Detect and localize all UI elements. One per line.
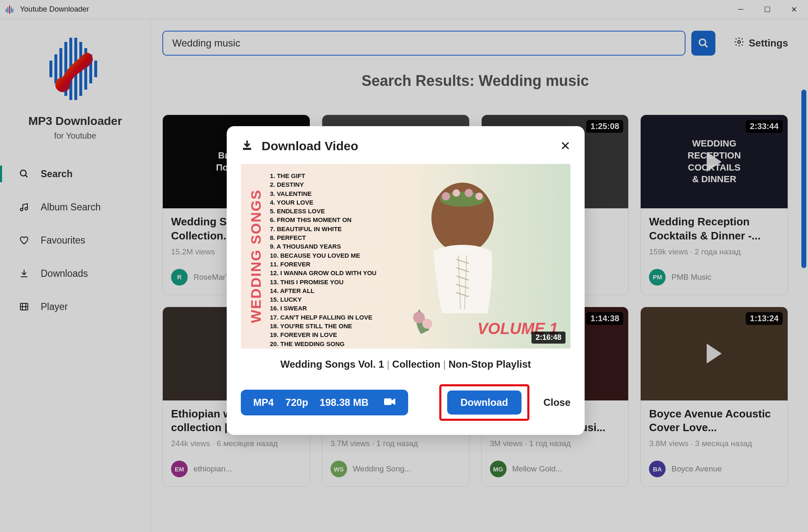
format-label: MP4: [253, 397, 274, 408]
svg-rect-35: [384, 398, 392, 405]
size-label: 198.38 MB: [320, 397, 368, 408]
modal-close-x[interactable]: ✕: [560, 139, 570, 153]
download-icon: [241, 139, 253, 153]
bride-image: [380, 172, 537, 338]
svg-point-29: [442, 192, 450, 200]
format-selector[interactable]: MP4 720p 198.38 MB: [241, 390, 408, 415]
svg-rect-26: [243, 148, 251, 150]
download-highlight: Download: [439, 384, 529, 421]
close-button[interactable]: Close: [544, 397, 570, 408]
thumb-duration: 2:16:48: [531, 332, 566, 344]
svg-point-31: [465, 189, 473, 197]
svg-point-32: [475, 193, 483, 200]
svg-point-34: [422, 319, 432, 329]
download-button[interactable]: Download: [447, 390, 522, 415]
download-modal: Download Video ✕ WEDDING SONGS 1. THE GI…: [227, 126, 585, 435]
modal-heading: Download Video: [262, 139, 358, 153]
thumb-sidebar-text: WEDDING SONGS: [248, 189, 264, 323]
thumb-tracklist: 1. THE GIFT2. DESTINY3. VALENTINE4. YOUR…: [270, 171, 377, 348]
svg-point-30: [453, 189, 460, 197]
modal-thumbnail: WEDDING SONGS 1. THE GIFT2. DESTINY3. VA…: [241, 164, 570, 349]
quality-label: 720p: [285, 397, 308, 408]
modal-video-title: Wedding Songs Vol. 1 | Collection | Non-…: [241, 359, 570, 370]
camera-icon: [384, 397, 396, 408]
